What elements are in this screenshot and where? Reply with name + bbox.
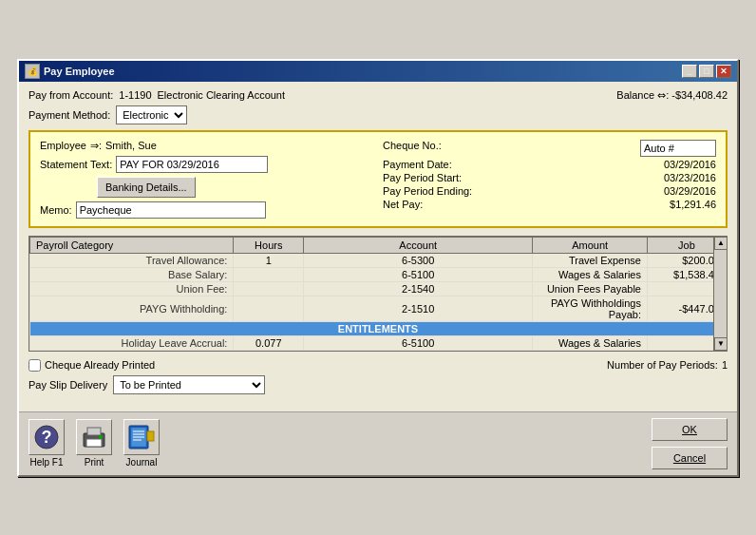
memo-input[interactable] (76, 201, 266, 219)
payment-method-label: Payment Method: (28, 109, 110, 121)
print-label: Print (85, 457, 104, 468)
close-button[interactable]: ✕ (716, 65, 731, 78)
entitlements-header-cell: ENTITLEMENTS (30, 321, 727, 335)
pay-period-ending-label: Pay Period Ending: (383, 185, 472, 197)
account-name-cell: PAYG Withholdings Payab: (533, 296, 648, 321)
hours-cell (234, 281, 304, 296)
title-buttons: _ □ ✕ (682, 65, 731, 78)
table-row: Base Salary: 6-5100 Wages & Salaries $1,… (30, 267, 727, 281)
banking-details-button[interactable]: Banking Details... (97, 177, 196, 198)
pay-period-ending-value: 03/29/2016 (664, 185, 716, 197)
balance-value: -$34,408.42 (671, 89, 728, 101)
cheque-no-label: Cheque No.: (383, 140, 442, 157)
main-window: 💰 Pay Employee _ □ ✕ Pay from Account: 1… (17, 59, 739, 477)
payroll-table-container: Payroll Category Hours Account Amount Jo… (28, 236, 728, 352)
payroll-category-cell: Base Salary: (30, 267, 234, 281)
pay-period-start-row: Pay Period Start: 03/23/2016 (383, 172, 716, 183)
minimize-button[interactable]: _ (682, 65, 697, 78)
pay-periods-section: Number of Pay Periods: 1 (607, 359, 728, 371)
account-name-cell: Union Fees Payable (533, 281, 648, 296)
account-cell: 6-5300 (304, 253, 533, 267)
cheque-no-input[interactable] (640, 140, 716, 157)
account-cell: 2-1540 (304, 281, 533, 296)
pay-from-name: Electronic Clearing Account (158, 89, 286, 101)
svg-rect-4 (86, 439, 102, 447)
account-name-cell: Wages & Salaries (533, 267, 648, 281)
options-row: Cheque Already Printed Number of Pay Per… (28, 359, 728, 372)
help-label: Help F1 (29, 457, 63, 468)
table-header-row: Payroll Category Hours Account Amount Jo… (30, 237, 727, 253)
account-name-cell: Travel Expense (533, 253, 648, 267)
window-icon: 💰 (25, 64, 40, 79)
payroll-category-cell: Union Fee: (30, 281, 234, 296)
payment-method-select[interactable]: Electronic Cheque Cash (116, 105, 187, 124)
arrow-icon: ⇒: (90, 140, 102, 152)
table-row: Travel Allowance: 1 6-5300 Travel Expens… (30, 253, 727, 267)
scroll-up-arrow[interactable]: ▲ (714, 237, 728, 250)
cheque-no-row: Cheque No.: (383, 140, 716, 157)
payslip-row: Pay Slip Delivery To be Printed Email No… (28, 375, 728, 394)
cheque-printed-section: Cheque Already Printed (28, 359, 155, 372)
col-hours: Hours (234, 237, 304, 253)
cheque-already-printed-checkbox[interactable] (28, 359, 41, 372)
help-icon: ? (28, 419, 65, 455)
payment-date-row: Payment Date: 03/29/2016 (383, 159, 716, 170)
hours-cell (234, 267, 304, 281)
table-scrollbar[interactable]: ▲ ▼ (713, 237, 727, 351)
payroll-category-cell: Travel Allowance: (30, 253, 234, 267)
net-pay-label: Net Pay: (383, 199, 423, 210)
svg-point-5 (99, 435, 103, 439)
payroll-category-cell: Holiday Leave Accrual: (30, 335, 234, 350)
title-bar-left: 💰 Pay Employee (25, 64, 115, 79)
help-button[interactable]: ? Help F1 (28, 419, 65, 468)
hours-cell: 0.077 (234, 335, 304, 350)
journal-button[interactable]: Journal (123, 419, 160, 468)
print-button[interactable]: Print (76, 419, 112, 468)
payslip-delivery-label: Pay Slip Delivery (28, 379, 107, 391)
employee-left: Employee ⇒: Smith, Sue Statement Text: B… (40, 140, 373, 219)
statement-text-input[interactable] (116, 156, 268, 173)
account-name-cell: Wages & Salaries (533, 335, 648, 350)
main-content: Pay from Account: 1-1190 Electronic Clea… (19, 82, 737, 408)
pay-from-label: Pay from Account: (28, 89, 113, 101)
table-row: PAYG Withholding: 2-1510 PAYG Withholdin… (30, 296, 727, 321)
top-info-bar: Pay from Account: 1-1190 Electronic Clea… (28, 89, 728, 102)
title-bar: 💰 Pay Employee _ □ ✕ (19, 61, 737, 82)
pay-period-ending-row: Pay Period Ending: 03/29/2016 (383, 185, 716, 197)
journal-label: Journal (126, 457, 158, 468)
employee-right: Cheque No.: Payment Date: 03/29/2016 Pay… (383, 140, 716, 219)
cancel-button[interactable]: Cancel (652, 447, 728, 469)
employee-box: Employee ⇒: Smith, Sue Statement Text: B… (28, 130, 728, 228)
svg-rect-12 (147, 431, 154, 441)
employee-grid: Employee ⇒: Smith, Sue Statement Text: B… (40, 140, 716, 219)
employee-label: Employee (40, 140, 86, 151)
memo-row: Memo: (40, 201, 373, 219)
payment-method-row: Payment Method: Electronic Cheque Cash (28, 105, 728, 124)
pay-period-start-label: Pay Period Start: (383, 172, 462, 183)
number-of-pay-periods-value: 1 (722, 359, 728, 371)
net-pay-value: $1,291.46 (670, 199, 716, 210)
payslip-delivery-select[interactable]: To be Printed Email None (113, 375, 265, 394)
balance-section: Balance ⇔: -$34,408.42 (616, 89, 728, 102)
account-cell: 2-1510 (304, 296, 533, 321)
hours-cell (234, 296, 304, 321)
journal-icon (123, 419, 160, 455)
svg-rect-3 (87, 428, 101, 435)
footer-left: ? Help F1 Print (28, 419, 160, 468)
payroll-category-cell: PAYG Withholding: (30, 296, 234, 321)
scroll-down-arrow[interactable]: ▼ (714, 337, 728, 351)
cheque-already-printed-label: Cheque Already Printed (45, 359, 155, 371)
memo-label: Memo: (40, 204, 72, 216)
statement-text-row: Statement Text: (40, 156, 373, 173)
maximize-button[interactable]: □ (699, 65, 714, 78)
print-icon (76, 419, 112, 455)
table-row-entitlements: ENTITLEMENTS (30, 321, 727, 335)
banking-details-row: Banking Details... (40, 177, 373, 198)
footer: ? Help F1 Print (19, 411, 737, 475)
statement-text-label: Statement Text: (40, 159, 112, 170)
table-row: Union Fee: 2-1540 Union Fees Payable (30, 281, 727, 296)
hours-cell: 1 (234, 253, 304, 267)
payroll-table: Payroll Category Hours Account Amount Jo… (29, 237, 727, 351)
ok-button[interactable]: OK (652, 418, 728, 441)
table-row: Holiday Leave Accrual: 0.077 6-5100 Wage… (30, 335, 727, 350)
